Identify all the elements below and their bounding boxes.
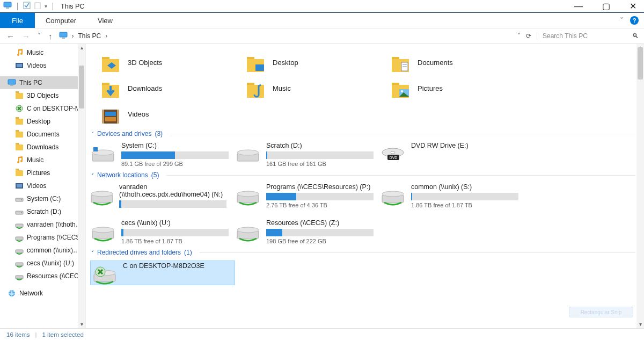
scroll-down-icon[interactable]: ▾ <box>78 321 85 328</box>
chevron-right-icon[interactable]: › <box>103 32 109 40</box>
help-icon[interactable]: ? <box>630 16 639 25</box>
address-dropdown-icon[interactable]: ˅ <box>517 32 521 40</box>
svg-rect-0 <box>4 2 11 7</box>
recent-locations-button[interactable]: ˅ <box>36 32 42 40</box>
tree-item-label: Desktop <box>27 118 50 125</box>
tree-item[interactable]: Music <box>0 154 85 167</box>
close-button[interactable]: ✕ <box>630 2 636 11</box>
svg-rect-24 <box>102 57 109 59</box>
scroll-up-icon[interactable]: ▴ <box>78 44 85 52</box>
drive-item[interactable]: cecs (\\unix) (U:) 1.86 TB free of 1.87 … <box>90 219 235 244</box>
properties-icon[interactable] <box>23 2 31 11</box>
search-input[interactable]: Search This PC 🔍︎ <box>537 32 639 40</box>
up-button[interactable]: ↑ <box>47 32 54 41</box>
forward-button[interactable]: → <box>21 32 31 41</box>
scroll-down-icon[interactable]: ▾ <box>636 321 644 328</box>
tree-item[interactable]: Videos <box>0 59 85 72</box>
tree-item[interactable]: Videos <box>0 179 85 192</box>
svg-point-57 <box>91 191 113 197</box>
drive-item[interactable]: System (C:) 89.1 GB free of 299 GB <box>90 142 235 167</box>
snip-overlay: Rectangular Snip <box>569 307 633 317</box>
minimize-button[interactable]: — <box>574 2 583 11</box>
scrollbar[interactable]: ▴ ▾ <box>78 44 85 328</box>
group-header-network[interactable]: ˅ Network locations (5) <box>91 171 635 179</box>
tree-item[interactable]: Music <box>0 46 85 59</box>
separator-icon <box>17 3 18 10</box>
drive-item[interactable]: Resources (\\CECS) (Z:) 198 GB free of 2… <box>235 219 380 244</box>
group-header-devices[interactable]: ˅ Devices and drives (3) <box>91 130 635 138</box>
tree-item[interactable]: 3D Objects <box>0 89 85 102</box>
folder-item[interactable]: Desktop <box>245 52 390 73</box>
drive-item[interactable]: common (\\unix) (S:) 1.86 TB free of 1.8… <box>380 183 525 208</box>
tree-item-label: Music <box>27 49 43 56</box>
tree-item[interactable]: System (C:) <box>0 192 85 205</box>
tree-item[interactable]: vanraden (\\thoth… <box>0 218 85 231</box>
folder-item[interactable]: Music <box>245 77 390 99</box>
refresh-button[interactable]: ⟳ <box>526 32 531 40</box>
tree-item-label: Downloads <box>27 143 58 151</box>
tab-computer[interactable]: Computer <box>35 13 87 28</box>
scroll-thumb[interactable] <box>638 47 643 79</box>
tree-item[interactable]: Pictures <box>0 167 85 179</box>
tree-item[interactable]: Network <box>0 287 85 300</box>
folder-icon <box>15 91 24 100</box>
svg-point-41 <box>401 90 403 92</box>
chevron-down-icon: ˅ <box>91 131 94 137</box>
svg-rect-30 <box>392 57 399 59</box>
maximize-button[interactable]: ▢ <box>602 2 610 11</box>
breadcrumb[interactable]: This PC <box>78 32 101 40</box>
tree-item[interactable]: This PC <box>0 76 85 89</box>
tree-item[interactable]: Programs (\\CECS… <box>0 231 85 244</box>
folder-label: Videos <box>128 110 149 118</box>
svg-rect-5 <box>62 38 65 39</box>
navigation-bar: ← → ˅ ↑ › This PC › ˅ ⟳ Search This PC 🔍… <box>0 28 644 44</box>
folder-item[interactable]: Videos <box>100 103 245 125</box>
drive-item[interactable]: vanraden (\\thoth.cecs.pdx.edu\home04) (… <box>90 183 235 208</box>
svg-rect-18 <box>16 237 23 240</box>
svg-rect-9 <box>10 85 13 86</box>
net-icon <box>15 272 24 280</box>
svg-text:DVD: DVD <box>390 156 398 160</box>
tree-item-label: C on DESKTOP-M… <box>27 105 85 112</box>
tree-item[interactable]: Scratch (D:) <box>0 205 85 218</box>
tree-item[interactable]: cecs (\\unix) (U:) <box>0 257 85 270</box>
address-bar[interactable]: › This PC › ˅ ⟳ <box>59 32 532 41</box>
folder-item[interactable]: Downloads <box>100 77 245 99</box>
file-tab[interactable]: File <box>0 13 35 28</box>
tree-item[interactable]: Resources (\\CEC… <box>0 270 85 283</box>
svg-rect-12 <box>17 184 22 187</box>
tree-item[interactable]: Desktop <box>0 115 85 128</box>
drive-free-text: 1.86 TB free of 1.87 TB <box>121 238 229 244</box>
tree-item[interactable]: Documents <box>0 128 85 141</box>
drive-item[interactable]: DVD DVD RW Drive (E:) <box>380 142 525 167</box>
folder-item[interactable]: 3D Objects <box>100 52 245 73</box>
qat-dropdown-icon[interactable]: ▾ <box>45 3 47 9</box>
tree-item[interactable]: Downloads <box>0 141 85 154</box>
chevron-right-icon[interactable]: › <box>70 32 76 40</box>
drive-item[interactable]: Programs (\\CECS\Resources) (P:) 2.76 TB… <box>235 183 380 208</box>
svg-point-63 <box>92 227 114 233</box>
title-bar: ▾ This PC — ▢ ✕ <box>0 0 644 13</box>
tree-item[interactable]: common (\\unix)… <box>0 244 85 257</box>
drive-free-text: 161 GB free of 161 GB <box>266 161 374 167</box>
scroll-thumb[interactable] <box>79 66 84 108</box>
status-selected-count: 1 item selected <box>42 331 83 338</box>
ribbon-chevron-icon[interactable]: ˅ <box>620 16 624 25</box>
svg-rect-21 <box>16 276 23 279</box>
usage-bar <box>119 200 226 208</box>
new-folder-icon[interactable] <box>34 2 41 11</box>
drive-item[interactable]: Scratch (D:) 161 GB free of 161 GB <box>235 142 380 167</box>
scrollbar[interactable]: ▴ ▾ <box>636 44 644 328</box>
remote-icon <box>15 104 24 113</box>
tree-item-label: Videos <box>27 62 46 69</box>
group-header-redirected[interactable]: ˅ Redirected drives and folders (1) <box>91 249 635 256</box>
tab-view[interactable]: View <box>87 13 123 28</box>
drive-item[interactable]: C on DESKTOP-M8D2O3E <box>90 261 235 285</box>
tree-item[interactable]: C on DESKTOP-M… <box>0 102 85 115</box>
back-button[interactable]: ← <box>5 32 16 41</box>
folder-item[interactable]: Documents <box>390 52 535 73</box>
folder-item[interactable]: Pictures <box>390 77 535 99</box>
desktop-folder-icon <box>245 52 266 73</box>
svg-point-65 <box>237 227 259 233</box>
music-icon <box>15 156 24 164</box>
